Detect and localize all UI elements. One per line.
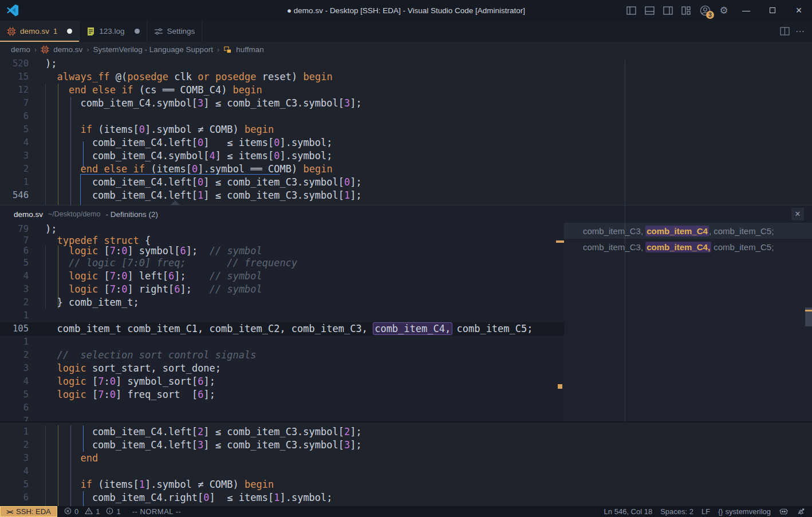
line-number[interactable]: 4 (0, 375, 29, 388)
split-editor-icon[interactable] (780, 27, 790, 35)
code-line[interactable]: logic [7:0] symbol_sort[6]; (45, 375, 215, 388)
line-number[interactable]: 4 (0, 270, 29, 283)
code-row[interactable]: 4 logic [7:0] symbol_sort[6]; (0, 375, 564, 388)
toggle-panel-icon[interactable] (640, 0, 659, 21)
line-number[interactable]: 4 (0, 136, 29, 149)
code-line[interactable]: always_ff @(posedge clk or posedge reset… (45, 70, 333, 84)
code-line[interactable]: comb_item_C4.left[0] ≤ comb_item_C3.symb… (45, 176, 362, 189)
line-number[interactable]: 3 (0, 283, 29, 296)
code-line[interactable]: end else if (cs ══ COMB_C4) begin (45, 84, 262, 97)
reference-list-item[interactable]: comb_item_C3, comb_item_C4, comb_item_C5… (564, 239, 812, 255)
cursor-position[interactable]: Ln 546, Col 18 (600, 506, 657, 517)
line-number[interactable]: 15 (0, 70, 29, 84)
code-row[interactable]: 5 logic [7:0] freq_sort [6]; (0, 388, 564, 401)
code-row[interactable]: 2 end else if (items[0].symbol ══ COMB) … (0, 163, 812, 176)
code-line[interactable]: logic [7:0] left[6]; // symbol (45, 270, 262, 283)
code-line[interactable]: // selection sort control signals (45, 349, 256, 362)
code-row[interactable]: 5 if (items[1].symbol ≠ COMB) begin (0, 478, 812, 491)
minimize-button[interactable]: — (733, 0, 759, 21)
code-line[interactable]: } comb_item_t; (45, 296, 139, 309)
code-line[interactable]: ); (45, 57, 57, 70)
code-row[interactable]: 2 comb_item_C4.left[3] ≤ comb_item_C3.sy… (0, 439, 812, 452)
code-row[interactable]: 15 always_ff @(posedge clk or posedge re… (0, 70, 812, 84)
code-row[interactable]: 1 (0, 309, 564, 322)
line-number[interactable]: 2 (0, 163, 29, 176)
line-number[interactable]: 6 (0, 246, 29, 256)
reference-list-item[interactable]: comb_item_C3, comb_item_C4, comb_item_C5… (564, 223, 812, 239)
manage-gear-icon[interactable]: ⚙ (715, 0, 733, 21)
code-row[interactable]: 6 (0, 401, 564, 415)
notifications-bell-icon[interactable] (793, 506, 812, 517)
tab-settings[interactable]: Settings (147, 21, 203, 42)
code-row[interactable]: 5 // logic [7:0] freq; // frequency (0, 256, 564, 270)
code-line[interactable]: ); (45, 223, 57, 236)
line-number[interactable]: 5 (0, 123, 29, 136)
peek-close-icon[interactable]: × (791, 208, 804, 220)
tab-demo-sv[interactable]: demo.sv 1 (0, 21, 80, 42)
code-row[interactable]: 3 comb_item_C4.symbol[4] ≤ items[0].symb… (0, 149, 812, 163)
code-row[interactable]: 4 logic [7:0] left[6]; // symbol (0, 270, 564, 283)
eol-indicator[interactable]: LF (697, 506, 714, 517)
line-number[interactable]: 4 (0, 465, 29, 478)
line-number[interactable]: 7 (0, 236, 29, 246)
code-row[interactable]: 4 comb_item_C4.left[0] ≤ items[0].symbol… (0, 136, 812, 149)
code-line[interactable]: comb_item_C4.left[0] ≤ items[0].symbol; (45, 136, 333, 149)
code-line[interactable]: logic sort_start, sort_done; (45, 362, 221, 375)
line-number[interactable]: 1 (0, 336, 29, 349)
line-number[interactable]: 2 (0, 296, 29, 309)
code-row[interactable]: 1 (0, 336, 564, 349)
code-row[interactable]: 6 (0, 110, 812, 123)
line-number[interactable]: 105 (0, 322, 29, 336)
line-number[interactable]: 1 (0, 176, 29, 189)
code-line[interactable]: comb_item_C4.symbol[4] ≤ items[0].symbol… (45, 149, 333, 163)
line-number[interactable]: 7 (0, 415, 29, 422)
line-number[interactable]: 5 (0, 256, 29, 270)
code-line[interactable]: comb_item_C4.left[2] ≤ comb_item_C3.symb… (45, 425, 362, 439)
code-row[interactable]: 6 comb_item_C4.right[0] ≤ items[1].symbo… (0, 491, 812, 504)
line-number[interactable]: 520 (0, 57, 29, 70)
code-line[interactable]: comb_item_C4.left[3] ≤ comb_item_C3.symb… (45, 439, 362, 452)
code-line[interactable]: logic [7:0] symbol[6]; // symbol (45, 246, 262, 256)
breadcrumb-folder[interactable]: demo (11, 45, 30, 54)
line-number[interactable]: 7 (0, 97, 29, 110)
code-line[interactable]: end else if (items[0].symbol ══ COMB) be… (45, 163, 333, 176)
code-line[interactable]: comb_item_C4.right[0] ≤ items[1].symbol; (45, 491, 333, 504)
remote-indicator[interactable]: >< SSH: EDA (0, 506, 57, 517)
toggle-secondary-sidebar-icon[interactable] (659, 0, 677, 21)
line-number[interactable]: 5 (0, 388, 29, 401)
line-number[interactable]: 12 (0, 84, 29, 97)
line-number[interactable]: 546 (0, 189, 29, 202)
code-row[interactable]: 1 comb_item_C4.left[0] ≤ comb_item_C3.sy… (0, 176, 812, 189)
indentation-indicator[interactable]: Spaces: 2 (656, 506, 697, 517)
line-number[interactable]: 79 (0, 223, 29, 236)
code-row[interactable]: 3 logic [7:0] right[6]; // symbol (0, 283, 564, 296)
code-row[interactable]: 79); (0, 223, 564, 236)
line-number[interactable]: 1 (0, 309, 29, 322)
code-line[interactable]: typedef struct { (45, 236, 151, 246)
code-row[interactable]: 1 comb_item_C4.left[2] ≤ comb_item_C3.sy… (0, 425, 812, 439)
scrollbar-thumb[interactable] (805, 307, 812, 326)
code-line[interactable]: logic [7:0] freq_sort [6]; (45, 388, 215, 401)
code-row[interactable]: 2 } comb_item_t; (0, 296, 564, 309)
line-number[interactable]: 6 (0, 110, 29, 123)
tab-123-log[interactable]: 123.log (80, 21, 147, 42)
code-line[interactable]: // logic [7:0] freq; // frequency (45, 256, 297, 270)
language-mode[interactable]: {} systemverilog (714, 506, 775, 517)
code-line[interactable]: comb_item_C4.left[1] ≤ comb_item_C3.symb… (45, 189, 362, 202)
maximize-button[interactable] (759, 0, 786, 21)
code-row[interactable]: 3 logic sort_start, sort_done; (0, 362, 564, 375)
code-row[interactable]: 2 // selection sort control signals (0, 349, 564, 362)
breadcrumb-symbol[interactable]: huffman (236, 45, 264, 54)
line-number[interactable]: 6 (0, 401, 29, 415)
code-line[interactable]: if (items[0].symbol ≠ COMB) begin (45, 123, 274, 136)
line-number[interactable]: 6 (0, 491, 29, 504)
code-row[interactable]: 7 comb_item_C4.symbol[3] ≤ comb_item_C3.… (0, 97, 812, 110)
code-row[interactable]: 3 end (0, 452, 812, 465)
problems-indicator[interactable]: 0 1 1 (57, 507, 121, 516)
code-row[interactable]: 546 comb_item_C4.left[1] ≤ comb_item_C3.… (0, 189, 812, 202)
code-line[interactable]: comb_item_t comb_item_C1, comb_item_C2, … (45, 322, 533, 336)
line-number[interactable]: 1 (0, 425, 29, 439)
code-row[interactable]: 520); (0, 57, 812, 70)
customize-layout-icon[interactable] (677, 0, 695, 21)
close-button[interactable]: × (786, 0, 812, 21)
